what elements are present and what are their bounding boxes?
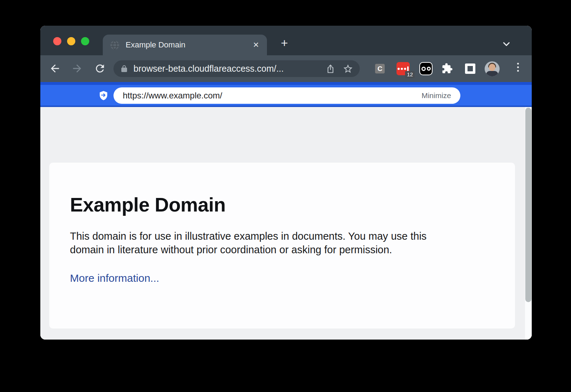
traffic-lights xyxy=(53,37,89,45)
paragraph-line: This domain is for use in illustrative e… xyxy=(70,229,494,243)
forward-icon[interactable] xyxy=(71,62,83,75)
lock-icon xyxy=(120,65,128,73)
tab-title: Example Domain xyxy=(126,40,252,50)
browser-window: Example Domain ✕ + browser-beta.cloudfla… xyxy=(40,26,532,340)
tab-close-icon[interactable]: ✕ xyxy=(252,41,260,49)
tab-search-chevron-icon[interactable] xyxy=(501,39,512,49)
minimize-banner-button[interactable]: Minimize xyxy=(421,91,451,100)
extension-c-icon[interactable]: C xyxy=(375,64,385,73)
omnibox[interactable]: browser-beta.cloudflareaccess.com/... xyxy=(113,60,360,77)
extension-password-manager-icon[interactable]: 12 xyxy=(396,62,410,75)
back-icon[interactable] xyxy=(49,62,61,75)
browser-tab[interactable]: Example Domain ✕ xyxy=(103,35,267,55)
scrollbar-thumb[interactable] xyxy=(525,108,531,302)
browser-toolbar: browser-beta.cloudflareaccess.com/... C … xyxy=(40,55,532,82)
example-domain-card: Example Domain This domain is for use in… xyxy=(49,163,515,329)
scrollbar-track[interactable] xyxy=(525,107,532,340)
new-tab-button[interactable]: + xyxy=(277,35,292,51)
shield-icon xyxy=(98,90,108,102)
share-icon[interactable] xyxy=(325,64,335,74)
access-banner-top-strip xyxy=(40,82,532,85)
page-paragraph: This domain is for use in illustrative e… xyxy=(70,229,494,256)
browser-menu-icon[interactable] xyxy=(516,62,520,72)
page-viewport: Example Domain This domain is for use in… xyxy=(40,107,532,340)
paragraph-line: domain in literature without prior coord… xyxy=(70,243,494,256)
more-information-link[interactable]: More information... xyxy=(70,272,159,284)
bookmark-star-icon[interactable] xyxy=(343,63,353,74)
globe-favicon-icon xyxy=(110,40,120,50)
reload-icon[interactable] xyxy=(94,62,106,75)
profile-avatar[interactable] xyxy=(485,61,500,76)
page-title: Example Domain xyxy=(70,194,494,216)
access-banner: https://www.example.com/ Minimize xyxy=(40,85,532,107)
remote-url[interactable]: https://www.example.com/ xyxy=(123,91,421,101)
extension-goggles-icon[interactable] xyxy=(419,62,433,75)
extension-badge-count: 12 xyxy=(405,71,415,78)
tab-strip: Example Domain ✕ + xyxy=(40,26,532,55)
extensions-puzzle-icon[interactable] xyxy=(441,63,453,74)
remote-url-bar[interactable]: https://www.example.com/ Minimize xyxy=(113,87,460,104)
omnibox-url[interactable]: browser-beta.cloudflareaccess.com/... xyxy=(133,63,325,74)
side-panel-icon[interactable] xyxy=(465,63,475,74)
close-window-button[interactable] xyxy=(53,37,61,45)
minimize-window-button[interactable] xyxy=(67,37,75,45)
zoom-window-button[interactable] xyxy=(81,37,89,45)
